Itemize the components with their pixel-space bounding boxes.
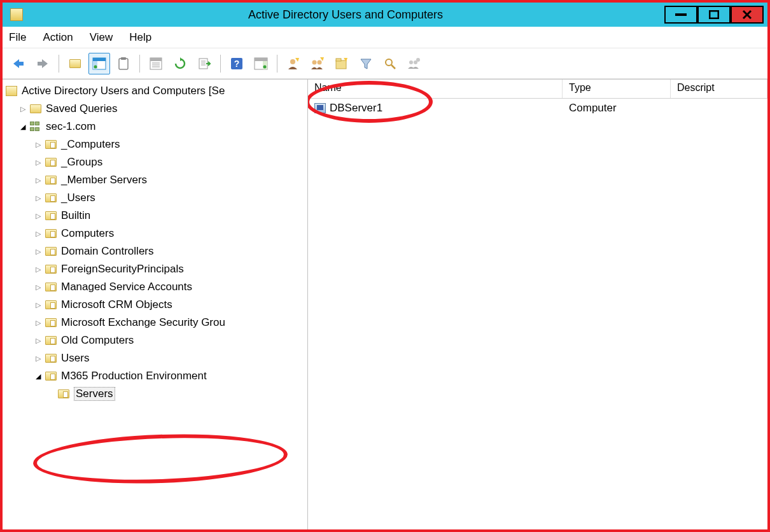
tree-saved-queries[interactable]: ▷ Saved Queries (3, 100, 307, 118)
list-row[interactable]: DBServer1 Computer (308, 99, 767, 118)
ou-icon (45, 370, 57, 382)
export-list-button[interactable] (193, 53, 215, 74)
tree-sub-ou-servers[interactable]: Servers (3, 385, 307, 403)
tree-sub-ou-label: Servers (74, 387, 115, 401)
expander-icon[interactable]: ▷ (33, 300, 43, 310)
body: Active Directory Users and Computers [Se… (3, 79, 767, 529)
help-button[interactable]: ? (226, 53, 248, 74)
new-group-button[interactable] (307, 53, 328, 74)
expander-icon[interactable]: ▷ (33, 318, 43, 328)
menu-action[interactable]: Action (43, 31, 73, 44)
app-icon (10, 8, 23, 21)
tree-ou-label: _Computers (61, 138, 120, 151)
tree-pane[interactable]: Active Directory Users and Computers [Se… (3, 80, 308, 529)
forward-button[interactable] (32, 53, 53, 74)
list-cell-type: Computer (563, 99, 671, 117)
filter-button[interactable] (355, 53, 377, 74)
aduc-window: Active Directory Users and Computers Fil… (3, 3, 767, 529)
tree-ou-item[interactable]: ▷Builtin (3, 207, 307, 225)
tree-ou-item[interactable]: ▷_Groups (3, 153, 307, 171)
tree-ou-item[interactable]: ▷ForeignSecurityPrincipals (3, 260, 307, 278)
tree-ou-item[interactable]: ▷Users (3, 349, 307, 367)
new-ou-button[interactable] (331, 53, 353, 74)
column-name[interactable]: Name (308, 80, 563, 98)
svg-rect-8 (119, 59, 128, 69)
tree-domain[interactable]: ◢ sec-1.com (3, 118, 307, 136)
folder-icon (29, 103, 42, 115)
svg-point-27 (318, 60, 322, 64)
expander-icon[interactable]: ▷ (33, 335, 43, 346)
window-controls (664, 6, 764, 24)
ou-icon (57, 388, 70, 400)
tree-ou-item[interactable]: ▷_Users (3, 189, 307, 207)
svg-rect-3 (38, 62, 43, 66)
expander-icon[interactable]: ▷ (33, 157, 43, 167)
menu-help[interactable]: Help (129, 31, 151, 44)
expander-icon[interactable]: ▷ (33, 282, 43, 292)
ou-icon (45, 317, 57, 328)
ou-icon (45, 228, 57, 239)
expander-icon[interactable]: ▷ (18, 104, 28, 114)
window-title: Active Directory Users and Computers (27, 8, 664, 22)
ou-icon (45, 281, 57, 293)
tree-ou-item[interactable]: ▷_Member Servers (3, 171, 307, 189)
tree-ou-item[interactable]: ▷Microsoft Exchange Security Grou (3, 314, 307, 332)
column-type[interactable]: Type (563, 80, 671, 98)
close-button[interactable] (731, 6, 764, 24)
tree-ou-label: Users (61, 352, 89, 365)
refresh-button[interactable] (169, 53, 191, 74)
add-to-group-button[interactable] (403, 53, 425, 74)
action-pane-button[interactable] (250, 53, 272, 74)
tree-ou-label: M365 Production Environment (61, 370, 207, 382)
titlebar[interactable]: Active Directory Users and Computers (3, 3, 767, 27)
tree-ou-item[interactable]: ▷Domain Controllers (3, 242, 307, 260)
up-button[interactable] (64, 53, 86, 74)
expander-icon[interactable]: ▷ (33, 139, 43, 150)
svg-rect-1 (710, 11, 718, 18)
svg-rect-9 (121, 57, 126, 60)
tree-ou-item[interactable]: ▷Managed Service Accounts (3, 278, 307, 296)
toolbar-separator (59, 55, 59, 73)
list-header: Name Type Descript (308, 80, 767, 99)
menu-view[interactable]: View (90, 31, 113, 44)
tree-root-label: Active Directory Users and Computers [Se (22, 85, 225, 97)
expander-icon[interactable]: ◢ (33, 371, 43, 381)
tree-domain-label: sec-1.com (46, 120, 95, 133)
toolbar: ? (3, 48, 767, 79)
back-button[interactable] (8, 53, 29, 74)
maximize-button[interactable] (697, 6, 731, 24)
show-hide-tree-button[interactable] (88, 53, 110, 74)
expander-icon[interactable]: ▷ (33, 264, 43, 274)
cut-copy-button[interactable] (113, 53, 134, 74)
expander-icon[interactable]: ▷ (33, 211, 43, 221)
list-pane[interactable]: Name Type Descript DBServer1 Computer (308, 80, 767, 529)
expander-icon[interactable]: ▷ (33, 246, 43, 256)
domain-icon (29, 121, 42, 132)
tree-ou-item[interactable]: ▷Microsoft CRM Objects (3, 296, 307, 314)
column-description[interactable]: Descript (671, 80, 767, 98)
menu-file[interactable]: File (9, 31, 26, 44)
properties-button[interactable] (145, 53, 167, 74)
expander-icon[interactable]: ▷ (33, 353, 43, 363)
ou-icon (45, 246, 57, 257)
ou-icon (45, 210, 57, 221)
expander-icon[interactable]: ▷ (33, 193, 43, 203)
ou-icon (45, 192, 57, 204)
tree-ou-label: _Users (61, 192, 95, 204)
tree-ou-label: ForeignSecurityPrincipals (61, 263, 184, 276)
expander-icon[interactable]: ▷ (33, 228, 43, 239)
minimize-button[interactable] (664, 6, 697, 24)
tree-ou-item[interactable]: ▷Old Computers (3, 332, 307, 349)
find-button[interactable] (379, 53, 401, 74)
tree-ou-item[interactable]: ▷_Computers (3, 136, 307, 153)
tree-root[interactable]: Active Directory Users and Computers [Se (3, 82, 307, 100)
svg-rect-29 (336, 59, 341, 61)
svg-point-7 (94, 65, 97, 68)
svg-rect-5 (93, 58, 106, 61)
expander-icon[interactable]: ▷ (33, 175, 43, 185)
toolbar-separator (277, 55, 277, 73)
expander-icon[interactable]: ◢ (18, 122, 28, 132)
new-user-button[interactable] (283, 53, 304, 74)
tree-ou-item[interactable]: ▷Computers (3, 225, 307, 242)
tree-ou-item[interactable]: ◢M365 Production Environment (3, 367, 307, 385)
